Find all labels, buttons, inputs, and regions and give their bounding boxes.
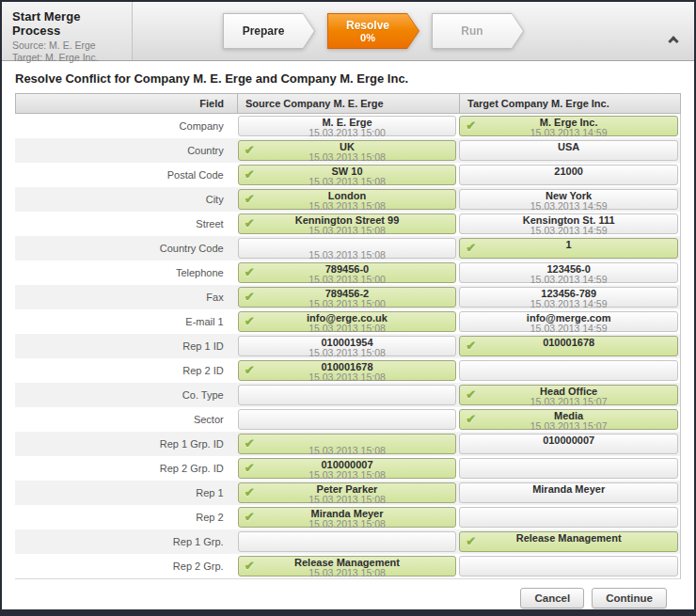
source-value-cell[interactable]: ✔ Kennington Street 99 15.03.2013 15:08 [238, 213, 457, 234]
column-header-field: Field [16, 98, 237, 109]
target-value-cell[interactable]: ✔ [459, 360, 678, 381]
target-value-cell[interactable]: ✔ 123456-789 15.03.2013 14:59 [459, 287, 678, 308]
check-icon: ✔ [245, 314, 255, 328]
source-value-cell[interactable]: ✔ 15.03.2013 15:08 [238, 434, 457, 454]
source-company-line: Source: M. E. Erge [12, 39, 132, 52]
source-value-cell[interactable]: ✔ info@erge.co.uk 15.03.2013 15:08 [238, 311, 457, 332]
check-icon: ✔ [245, 143, 255, 157]
cell-timestamp: 15.03.2013 14:59 [460, 128, 677, 137]
cell-timestamp: 15.03.2013 14:59 [460, 324, 677, 333]
continue-button[interactable]: Continue [592, 588, 667, 608]
check-icon: ✔ [245, 216, 255, 230]
target-value-cell[interactable]: ✔ 010000007 [459, 434, 678, 454]
field-label: Rep 1 Grp. ID [15, 432, 237, 456]
cell-value: 1 [460, 240, 677, 250]
action-bar: Cancel Continue [15, 579, 681, 608]
cell-timestamp: 15.03.2013 15:08 [239, 495, 456, 504]
check-icon: ✔ [245, 290, 255, 304]
table-row: Rep 1 ✔ Peter Parker 15.03.2013 15:08 ✔ … [15, 481, 680, 505]
step-prepare[interactable]: Prepare [223, 13, 315, 49]
field-label: Rep 1 ID [15, 334, 237, 358]
table-row: Fax ✔ 789456-2 15.03.2013 15:00 ✔ 123456… [15, 285, 680, 309]
check-icon: ✔ [245, 461, 255, 475]
cell-value [460, 362, 677, 372]
source-value-cell[interactable]: ✔ SW 10 15.03.2013 15:08 [238, 165, 457, 185]
cell-timestamp: 15.03.2013 15:08 [239, 519, 456, 529]
target-value-cell[interactable]: ✔ [459, 556, 678, 577]
cell-timestamp: 15.03.2013 15:08 [239, 152, 456, 162]
cell-timestamp: 15.03.2013 14:59 [460, 299, 677, 308]
source-value-cell[interactable]: ✔ 010000007 15.03.2013 15:08 [238, 458, 457, 479]
cell-timestamp: 15.03.2013 15:08 [239, 201, 456, 211]
table-row: Rep 1 Grp. ✔ ✔ Release Management [15, 529, 680, 554]
source-value-cell[interactable]: ✔ [238, 385, 457, 405]
target-value-cell[interactable]: ✔ Kensington St. 111 15.03.2013 14:59 [459, 213, 678, 234]
target-value-cell[interactable]: ✔ New York 15.03.2013 14:59 [459, 189, 678, 210]
field-label: Co. Type [15, 383, 237, 407]
cancel-button[interactable]: Cancel [520, 588, 584, 608]
cell-timestamp: 15.03.2013 15:08 [239, 446, 456, 455]
cell-timestamp: 15.03.2013 15:00 [239, 275, 456, 284]
source-value-cell[interactable]: ✔ M. E. Erge 15.03.2013 15:00 [238, 116, 457, 136]
field-label: Rep 2 ID [15, 358, 237, 383]
cell-timestamp: 15.03.2013 14:59 [460, 275, 677, 284]
merge-process-window: Start Merge Process Source: M. E. Erge T… [0, 0, 696, 616]
source-value-cell[interactable]: ✔ Release Management 15.03.2013 15:08 [238, 556, 457, 577]
target-value-cell[interactable]: ✔ 123456-0 15.03.2013 14:59 [459, 262, 678, 283]
target-value-cell[interactable]: ✔ [459, 458, 678, 479]
source-value-cell[interactable]: ✔ 789456-0 15.03.2013 15:00 [238, 262, 457, 283]
target-value-cell[interactable]: ✔ Release Management [459, 531, 678, 552]
cell-timestamp: 15.03.2013 15:00 [239, 299, 456, 308]
field-label: Sector [15, 407, 237, 432]
target-value-cell[interactable]: ✔ Head Office 15.03.2013 15:07 [459, 385, 678, 405]
column-header-source: Source Company M. E. Erge [237, 94, 459, 113]
source-value-cell[interactable]: ✔ 789456-2 15.03.2013 15:00 [238, 287, 457, 308]
field-label: Rep 1 [15, 481, 237, 505]
target-value-cell[interactable]: ✔ Media 15.03.2013 15:07 [459, 409, 678, 430]
table-row: Postal Code ✔ SW 10 15.03.2013 15:08 ✔ 2… [15, 163, 680, 187]
cell-timestamp: 15.03.2013 15:00 [239, 128, 456, 137]
table-row: Telephone ✔ 789456-0 15.03.2013 15:00 ✔ … [15, 261, 680, 285]
source-value-cell[interactable]: ✔ UK 15.03.2013 15:08 [238, 140, 457, 161]
field-label: Rep 2 [15, 505, 237, 529]
field-label: Country [15, 138, 237, 163]
cell-timestamp: 15.03.2013 14:59 [460, 201, 677, 211]
field-label: Company [15, 114, 237, 138]
cell-value: 010000007 [460, 435, 677, 446]
step-prepare-label: Prepare [243, 24, 285, 38]
field-label: Postal Code [15, 163, 237, 187]
field-label: City [15, 187, 237, 212]
source-value-cell[interactable]: ✔ [238, 531, 457, 552]
source-value-cell[interactable]: ✔ 010001678 15.03.2013 15:08 [238, 360, 457, 381]
target-value-cell[interactable]: ✔ M. Erge Inc. 15.03.2013 14:59 [459, 116, 678, 136]
source-value-cell[interactable]: ✔ Miranda Meyer 15.03.2013 15:08 [238, 507, 457, 528]
target-value-cell[interactable]: ✔ info@merge.com 15.03.2013 14:59 [459, 311, 678, 332]
cell-value: 010001678 [460, 338, 677, 348]
table-row: Company ✔ M. E. Erge 15.03.2013 15:00 ✔ … [15, 114, 680, 138]
target-value-cell[interactable]: ✔ 21000 [459, 165, 678, 185]
table-row: Rep 2 Grp. ID ✔ 010000007 15.03.2013 15:… [15, 456, 680, 481]
step-resolve-progress: 0% [360, 32, 375, 44]
cell-value [239, 533, 456, 544]
target-value-cell[interactable]: ✔ Miranda Meyer [459, 482, 678, 503]
check-icon: ✔ [245, 363, 255, 377]
target-value-cell[interactable]: ✔ USA [459, 140, 678, 161]
collapse-header-button[interactable] [667, 36, 680, 47]
target-value-cell[interactable]: ✔ [459, 507, 678, 528]
step-resolve[interactable]: Resolve 0% [327, 13, 419, 49]
cell-timestamp: 15.03.2013 15:08 [239, 226, 456, 235]
source-value-cell[interactable]: ✔ 15.03.2013 15:08 [238, 238, 457, 259]
source-value-cell[interactable]: ✔ [238, 409, 457, 430]
field-label: Rep 1 Grp. [15, 529, 237, 554]
source-value-cell[interactable]: ✔ Peter Parker 15.03.2013 15:08 [238, 482, 457, 503]
check-icon: ✔ [245, 559, 255, 573]
field-label: Country Code [15, 236, 237, 261]
process-title-panel: Start Merge Process Source: M. E. Erge T… [2, 2, 133, 60]
source-value-cell[interactable]: ✔ 010001954 15.03.2013 15:08 [238, 336, 457, 356]
check-icon: ✔ [245, 485, 255, 499]
target-value-cell[interactable]: ✔ 010001678 [459, 336, 678, 356]
step-resolve-label: Resolve [346, 19, 389, 32]
target-value-cell[interactable]: ✔ 1 [459, 238, 678, 259]
source-value-cell[interactable]: ✔ London 15.03.2013 15:08 [238, 189, 457, 210]
column-header-target: Target Company M. Erge Inc. [459, 94, 680, 113]
